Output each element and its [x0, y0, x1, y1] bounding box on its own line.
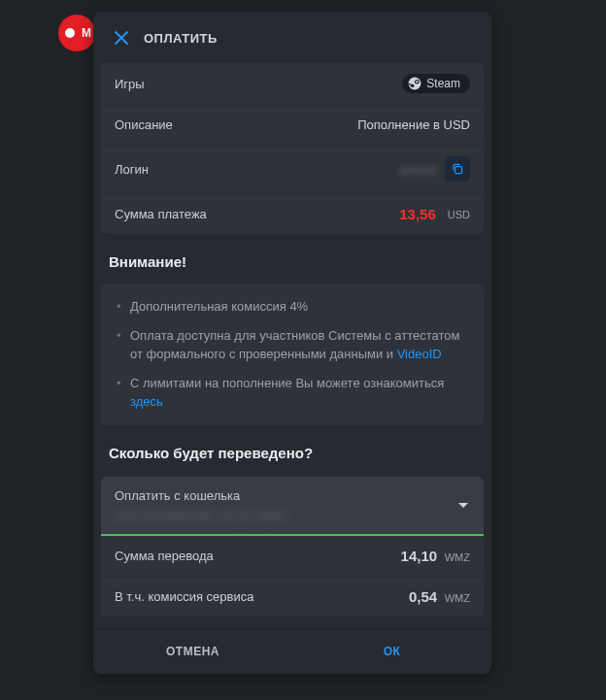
copy-icon [451, 162, 464, 176]
desc-value: Пополнение в USD [357, 117, 470, 132]
wallet-select-value: Z917843384350 14,32 WMZ [115, 509, 470, 524]
payment-modal: ОПЛАТИТЬ Игры Steam Описание По [93, 12, 491, 674]
limits-link[interactable]: здесь [130, 394, 163, 409]
cancel-button[interactable]: ОТМЕНА [93, 629, 292, 674]
transfer-fee-row: В т.ч. комиссия сервиса 0,54 WMZ [101, 577, 484, 617]
transfer-title: Сколько будет переведено? [93, 425, 491, 471]
detail-row-login: Логин yosuuf [101, 145, 484, 194]
steam-icon [408, 77, 421, 90]
amount-currency: USD [448, 209, 470, 220]
steam-badge: Steam [402, 74, 470, 93]
transfer-sum-row: Сумма перевода 14,10 WMZ [101, 536, 484, 577]
transfer-fee-label: В т.ч. комиссия сервиса [115, 589, 253, 604]
games-label: Игры [115, 77, 145, 91]
copy-login-button[interactable] [445, 156, 470, 182]
modal-header: ОПЛАТИТЬ [93, 12, 491, 62]
svg-point-0 [409, 78, 421, 90]
detail-row-games: Игры Steam [101, 62, 484, 106]
notice-item: Дополнительная комиссия 4% [117, 297, 468, 317]
amount-value: 13,56 [399, 206, 436, 222]
videoid-link[interactable]: VideoID [397, 347, 442, 361]
svg-rect-4 [455, 167, 462, 174]
transfer-fee-currency: WMZ [445, 592, 470, 604]
notice-item: С лимитами на пополнение Вы можете ознак… [117, 374, 468, 412]
payment-details: Игры Steam Описание Пополнение в USD [101, 62, 484, 234]
modal-actions: ОТМЕНА ОК [93, 628, 491, 674]
svg-point-2 [416, 81, 418, 83]
transfer-sum-value: 14,10 [401, 548, 438, 564]
wallet-select-label: Оплатить с кошелька [115, 488, 470, 503]
login-label: Логин [115, 162, 149, 177]
detail-row-amount: Сумма платежа 13,56 USD [101, 194, 484, 234]
wallet-select[interactable]: Оплатить с кошелька Z917843384350 14,32 … [101, 477, 484, 536]
close-icon [113, 29, 130, 47]
close-button[interactable] [111, 27, 132, 49]
notice-box: Дополнительная комиссия 4% Оплата доступ… [101, 283, 484, 425]
notice-item: Оплата доступна для участников Системы с… [117, 326, 468, 364]
notice-title: Внимание! [93, 234, 491, 280]
ok-button[interactable]: ОК [292, 629, 491, 674]
detail-row-description: Описание Пополнение в USD [101, 106, 484, 145]
background-logo: M [58, 15, 95, 51]
transfer-sum-label: Сумма перевода [115, 549, 214, 563]
transfer-fee-value: 0,54 [409, 588, 437, 605]
transfer-sum-currency: WMZ [445, 551, 470, 563]
desc-label: Описание [115, 117, 173, 132]
login-value: yosuuf [400, 162, 437, 177]
chevron-down-icon [458, 503, 468, 508]
steam-label: Steam [426, 77, 460, 90]
wallet-block: Оплатить с кошелька Z917843384350 14,32 … [101, 477, 484, 617]
modal-title: ОПЛАТИТЬ [144, 31, 218, 46]
amount-label: Сумма платежа [115, 207, 207, 221]
